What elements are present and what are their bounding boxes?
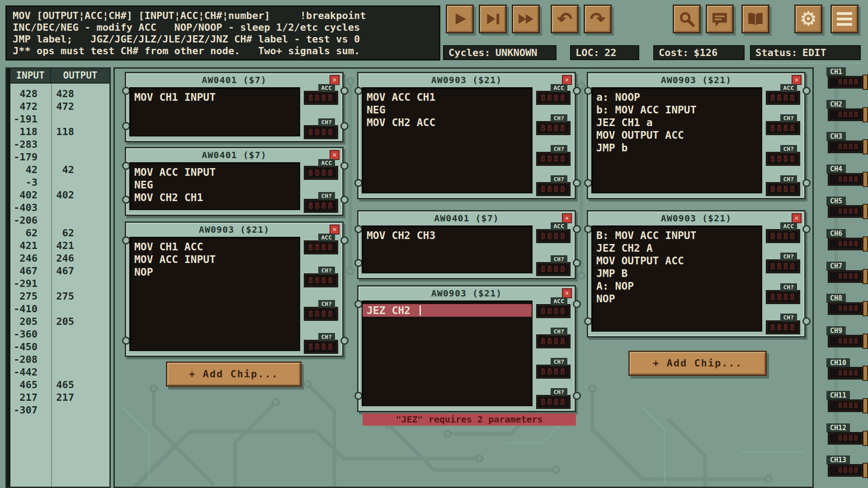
reference-line: JMP label; JGZ/JGE/JLZ/JLE/JEZ/JNZ CH# l… xyxy=(13,33,433,45)
chip-code-editor[interactable]: B: MOV ACC INPUTJEZ CH2 AMOV OUTPUT ACCJ… xyxy=(591,225,762,332)
chip: AW0903 ($21)✕JEZ CH2 ACC8888CH?8888CH?88… xyxy=(357,285,576,412)
chip-close-button[interactable]: ✕ xyxy=(330,225,340,235)
io-input-value: 421 xyxy=(10,239,38,252)
chip-title[interactable]: AW0903 ($21) xyxy=(359,287,575,299)
io-output-value xyxy=(49,303,74,315)
book-icon xyxy=(746,10,764,28)
io-row: -283 xyxy=(10,138,109,151)
chip-title[interactable]: AW0401 ($7) xyxy=(126,149,342,161)
chip-close-button[interactable]: ✕ xyxy=(792,213,802,223)
io-input-value: -3 xyxy=(10,176,38,189)
chip-title[interactable]: AW0401 ($7) xyxy=(126,74,342,86)
io-row: 205205 xyxy=(10,315,109,328)
fast-forward-button[interactable] xyxy=(512,5,540,33)
io-input-value: 118 xyxy=(10,126,38,138)
chip-code-editor[interactable]: a: NOOPb: MOV ACC INPUTJEZ CH1 aMOV OUTP… xyxy=(591,87,762,193)
channel-bracket xyxy=(863,139,868,155)
play-button[interactable] xyxy=(446,5,474,33)
io-input-value: 402 xyxy=(10,189,38,202)
channel-bracket xyxy=(863,75,868,90)
chip-code-editor[interactable]: MOV ACC CH1NEGMOV CH2 ACC xyxy=(362,87,533,193)
io-row: 465465 xyxy=(10,379,109,391)
io-input-value: 205 xyxy=(10,315,38,328)
display-label: CH? xyxy=(551,175,567,183)
io-row: -307 xyxy=(10,404,109,417)
io-output-value xyxy=(49,404,74,417)
undo-button[interactable]: ↶ xyxy=(551,5,579,33)
seven-segment-display: 8888 xyxy=(828,271,863,282)
io-scrollbar[interactable] xyxy=(7,69,10,487)
chip-title[interactable]: AW0903 ($21) xyxy=(588,74,804,86)
channel-label: CH13 xyxy=(826,455,850,465)
loc-value: 22 xyxy=(604,46,617,59)
seven-segment-display: 8888 xyxy=(537,122,570,135)
cycles-value: UNKNOWN xyxy=(495,46,538,59)
chip-code-editor[interactable]: MOV ACC INPUTNEGMOV CH2 CH1 xyxy=(129,162,300,210)
io-output-value: 428 xyxy=(49,88,74,100)
channel-bracket xyxy=(863,398,868,413)
io-row: -442 xyxy=(10,366,109,379)
loc-label: LOC: xyxy=(576,46,599,59)
manual-button[interactable] xyxy=(741,5,769,33)
io-input-value: 467 xyxy=(10,265,38,277)
chip-close-button[interactable]: ✕ xyxy=(792,75,802,85)
chip-title[interactable]: AW0903 ($21) xyxy=(588,212,804,224)
code-line: JEZ CH2 A xyxy=(596,242,757,254)
chip-title[interactable]: AW0903 ($21) xyxy=(126,224,342,235)
chip-title[interactable]: AW0401 ($7) xyxy=(359,212,575,224)
channel-label: CH5 xyxy=(826,197,846,206)
settings-button[interactable]: ⚙ xyxy=(794,5,822,33)
add-chip-button-left[interactable]: + Add Chip... xyxy=(166,361,302,387)
chip-code-editor[interactable]: MOV CH1 INPUT xyxy=(129,87,300,136)
seven-segment-display: 8888 xyxy=(828,206,863,217)
chip-close-button[interactable]: ✕ xyxy=(562,213,572,223)
code-line: MOV ACC INPUT xyxy=(134,166,295,178)
io-row: -3 xyxy=(10,176,109,189)
chip-close-button[interactable]: ✕ xyxy=(562,75,572,85)
chip-title[interactable]: AW0903 ($21) xyxy=(359,74,575,86)
channel-bracket xyxy=(863,463,868,478)
seven-segment-display: 8888 xyxy=(766,321,800,334)
connector-knob xyxy=(340,87,349,95)
seven-segment-display: 8888 xyxy=(304,166,338,179)
chip-close-button[interactable]: ✕ xyxy=(330,75,340,85)
input-column-header: INPUT xyxy=(10,69,51,83)
search-button[interactable] xyxy=(673,5,701,33)
cycles-status: Cycles:UNKNOWN xyxy=(443,45,557,60)
seven-segment-display: 8888 xyxy=(304,340,338,353)
chip-code-editor[interactable]: MOV CH1 ACCMOV ACC INPUTNOP xyxy=(129,237,300,351)
chip-close-button[interactable]: ✕ xyxy=(330,150,340,160)
chip-code-editor[interactable]: MOV CH2 CH3 xyxy=(362,225,533,273)
step-button[interactable] xyxy=(479,5,507,33)
cost-label: Cost: xyxy=(659,46,689,59)
connector-knob xyxy=(340,122,349,130)
loc-status: LOC:22 xyxy=(570,45,639,60)
code-line: A: NOP xyxy=(596,280,757,292)
io-output-value xyxy=(49,277,74,290)
add-chip-button-right[interactable]: + Add Chip... xyxy=(628,351,767,376)
io-input-value: -283 xyxy=(10,138,38,151)
chip-code-editor[interactable]: JEZ CH2 xyxy=(362,300,533,406)
io-input-value: 62 xyxy=(10,227,38,239)
chip: AW0401 ($7)✕MOV CH2 CH3ACC8888CH?8888 xyxy=(357,210,576,279)
io-output-value xyxy=(49,113,74,126)
io-rows: 428428472472-191118118-283-1794242-34024… xyxy=(10,84,109,487)
io-input-value: 275 xyxy=(10,290,38,303)
seven-segment-display: 8888 xyxy=(304,241,338,254)
redo-button[interactable]: ↷ xyxy=(584,5,612,33)
connector-knob xyxy=(573,179,581,187)
io-row: 421421 xyxy=(10,239,109,252)
code-line: MOV CH1 INPUT xyxy=(134,91,295,103)
code-line: MOV ACC CH1 xyxy=(367,91,528,103)
channel-bracket xyxy=(863,366,868,381)
chip-close-button[interactable]: ✕ xyxy=(562,288,572,298)
seven-segment-display: 8888 xyxy=(537,183,570,196)
undo-icon: ↶ xyxy=(557,10,572,28)
channel-label: CH7 xyxy=(826,262,846,271)
seven-segment-display: 8888 xyxy=(537,335,570,348)
messages-button[interactable] xyxy=(706,5,734,33)
status-value: EDIT xyxy=(802,46,826,59)
instruction-reference-panel: MOV [OUTPUT¦ACC¦CH#] [INPUT¦ACC¦CH#¦numb… xyxy=(5,5,440,61)
code-line: NEG xyxy=(367,103,528,116)
connector-knob xyxy=(573,225,581,233)
